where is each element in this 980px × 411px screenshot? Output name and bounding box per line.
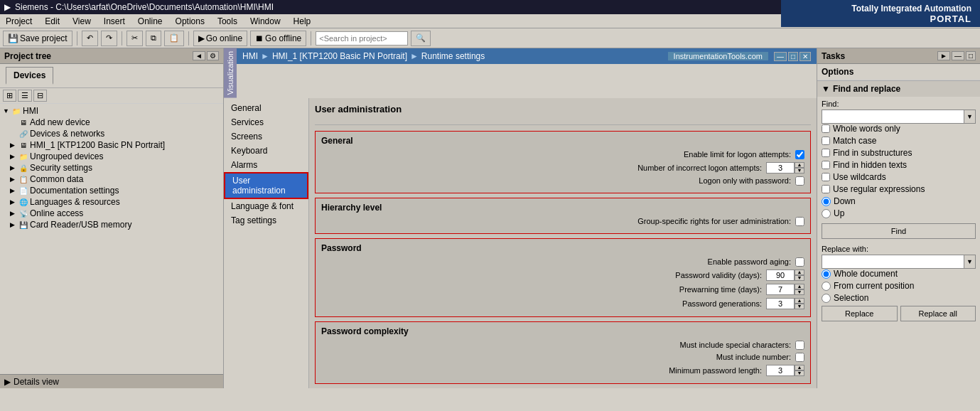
breadcrumb-window-buttons[interactable]: — □ ✕ xyxy=(774,52,811,61)
checkbox-include-number[interactable] xyxy=(795,353,804,362)
spinner-up-attempts[interactable]: ▲ xyxy=(795,162,804,168)
find-replace-header[interactable]: ▼ Find and replace xyxy=(817,81,980,97)
radio-whole-doc[interactable] xyxy=(822,269,831,279)
menu-insert[interactable]: Insert xyxy=(101,16,128,26)
input-generations[interactable] xyxy=(766,298,795,309)
search-input[interactable] xyxy=(316,31,408,46)
checkbox-match-case[interactable] xyxy=(822,137,830,145)
collapse-tree-button[interactable]: ◄ xyxy=(193,51,205,60)
input-prewarning[interactable] xyxy=(766,284,795,295)
radio-from-current[interactable] xyxy=(822,282,831,291)
nav-keyboard[interactable]: Keyboard xyxy=(224,144,308,158)
tree-item-networks[interactable]: 🔗 Devices & networks xyxy=(7,128,223,139)
nav-tag-settings[interactable]: Tag settings xyxy=(224,213,308,228)
tasks-maximize-button[interactable]: □ xyxy=(966,51,976,60)
radio-down[interactable] xyxy=(822,197,831,206)
toolbar-copy[interactable]: ⧉ xyxy=(146,31,161,46)
toolbar-undo[interactable]: ↶ xyxy=(82,31,98,46)
spinner-up-validity[interactable]: ▲ xyxy=(795,269,804,275)
expand-icon-common[interactable]: ▶ xyxy=(10,176,17,183)
spinner-down-attempts[interactable]: ▼ xyxy=(795,168,804,174)
go-online-button[interactable]: ▶ Go online xyxy=(193,31,247,46)
find-input[interactable] xyxy=(822,110,964,124)
replace-button[interactable]: Replace xyxy=(822,306,898,321)
checkbox-regex[interactable] xyxy=(822,185,830,193)
toolbar-cut[interactable]: ✂ xyxy=(126,31,143,46)
spinner-down-prewarning[interactable]: ▼ xyxy=(795,289,804,295)
nav-language-font[interactable]: Language & font xyxy=(224,199,308,213)
nav-screens[interactable]: Screens xyxy=(224,129,308,144)
spinner-down-validity[interactable]: ▼ xyxy=(795,275,804,281)
spinner-up-generations[interactable]: ▲ xyxy=(795,298,804,304)
toolbar-paste[interactable]: 📋 xyxy=(164,31,184,46)
menu-edit[interactable]: Edit xyxy=(42,16,63,26)
menu-view[interactable]: View xyxy=(70,16,94,26)
expand-icon-lang[interactable]: ▶ xyxy=(10,198,17,206)
tree-item-common[interactable]: ▶ 📋 Common data xyxy=(7,174,223,185)
replace-all-button[interactable]: Replace all xyxy=(900,306,976,321)
tree-item-hmi[interactable]: ▼ 📁 HMI xyxy=(0,105,223,117)
checkbox-substructures[interactable] xyxy=(822,149,830,157)
expand-icon-security[interactable]: ▶ xyxy=(10,164,17,171)
expand-icon-card[interactable]: ▶ xyxy=(10,221,17,228)
expand-icon-hmi[interactable]: ▼ xyxy=(3,107,10,114)
details-expand-icon[interactable]: ▶ xyxy=(4,377,11,387)
search-button[interactable]: 🔍 xyxy=(411,31,431,46)
save-button[interactable]: 💾 Save project xyxy=(3,31,72,46)
expand-icon-hmi1[interactable]: ▶ xyxy=(10,142,17,149)
tree-toolbar-btn-2[interactable]: ☰ xyxy=(18,90,32,102)
find-dropdown-arrow[interactable]: ▼ xyxy=(964,110,976,124)
expand-icon-ungrouped[interactable]: ▶ xyxy=(10,153,17,160)
spinner-up-min-length[interactable]: ▲ xyxy=(795,365,804,370)
go-offline-button[interactable]: ⏹ Go offline xyxy=(250,31,306,46)
spinner-down-generations[interactable]: ▼ xyxy=(795,304,804,309)
radio-up[interactable] xyxy=(822,209,831,218)
menu-online[interactable]: Online xyxy=(135,16,166,26)
checkbox-pw-aging[interactable] xyxy=(795,257,804,267)
panel-header-buttons[interactable]: ◄ ⚙ xyxy=(193,51,219,60)
tree-toolbar-btn-1[interactable]: ⊞ xyxy=(3,90,16,102)
menu-help[interactable]: Help xyxy=(291,16,314,26)
checkbox-hidden-texts[interactable] xyxy=(822,161,830,169)
nav-services[interactable]: Services xyxy=(224,115,308,129)
tree-settings-button[interactable]: ⚙ xyxy=(207,51,219,60)
tree-item-hmi1[interactable]: ▶ 🖥 HMI_1 [KTP1200 Basic PN Portrait] xyxy=(7,139,223,151)
input-min-length[interactable] xyxy=(766,365,795,376)
tasks-header-buttons[interactable]: ► — □ xyxy=(937,51,976,60)
checkbox-wildcards[interactable] xyxy=(822,173,830,181)
bc-close[interactable]: ✕ xyxy=(799,52,811,61)
toolbar-redo[interactable]: ↷ xyxy=(101,31,117,46)
checkbox-special-chars[interactable] xyxy=(795,341,804,350)
tree-toolbar-btn-3[interactable]: ⊟ xyxy=(33,90,47,102)
bc-maximize[interactable]: □ xyxy=(788,52,798,61)
replace-input[interactable] xyxy=(822,255,964,269)
tree-item-documentation[interactable]: ▶ 📄 Documentation settings xyxy=(7,185,223,196)
nav-user-admin[interactable]: User administration xyxy=(224,172,308,199)
find-button[interactable]: Find xyxy=(822,223,976,239)
input-attempts[interactable] xyxy=(766,162,795,174)
nav-alarms[interactable]: Alarms xyxy=(224,158,308,172)
tree-item-languages[interactable]: ▶ 🌐 Languages & resources xyxy=(7,196,223,208)
nav-general[interactable]: General xyxy=(224,101,308,115)
menu-options[interactable]: Options xyxy=(173,16,208,26)
tree-item-card[interactable]: ▶ 💾 Card Reader/USB memory xyxy=(7,219,223,230)
expand-icon-online[interactable]: ▶ xyxy=(10,210,17,217)
spinner-up-prewarning[interactable]: ▲ xyxy=(795,284,804,289)
checkbox-whole-words[interactable] xyxy=(822,124,830,133)
radio-selection[interactable] xyxy=(822,294,831,303)
tree-item-online[interactable]: ▶ 📡 Online access xyxy=(7,208,223,219)
menu-tools[interactable]: Tools xyxy=(215,16,240,26)
spinner-down-min-length[interactable]: ▼ xyxy=(795,370,804,376)
checkbox-group-rights[interactable] xyxy=(795,217,804,226)
menu-project[interactable]: Project xyxy=(3,16,35,26)
expand-icon-doc[interactable]: ▶ xyxy=(10,187,17,194)
checkbox-enable-limit[interactable] xyxy=(795,150,804,159)
devices-tab[interactable]: Devices xyxy=(6,67,53,85)
tree-item-add-device[interactable]: 🖥 Add new device xyxy=(7,117,223,128)
bc-minimize[interactable]: — xyxy=(774,52,787,61)
tasks-collapse-button[interactable]: ► xyxy=(937,51,950,60)
tasks-minimize-button[interactable]: — xyxy=(952,51,964,60)
menu-window[interactable]: Window xyxy=(247,16,284,26)
replace-dropdown-arrow[interactable]: ▼ xyxy=(964,255,976,269)
input-validity[interactable] xyxy=(766,269,795,281)
